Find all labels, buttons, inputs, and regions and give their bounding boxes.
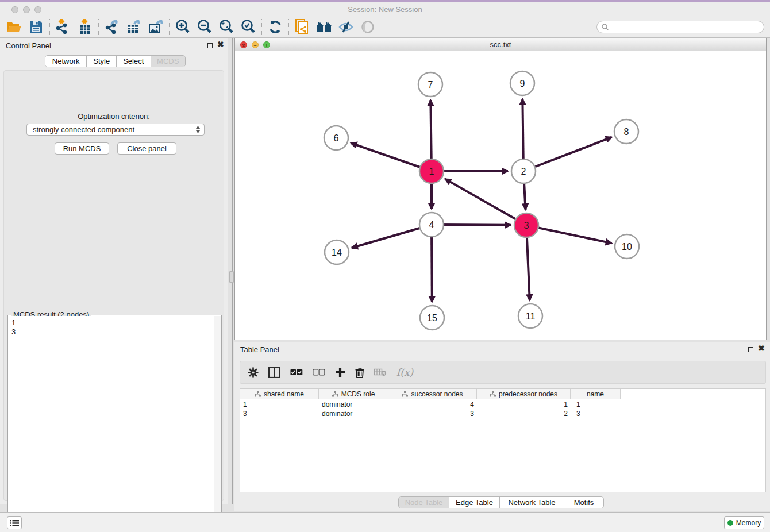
refresh-layout-icon (268, 20, 283, 34)
list-icon (10, 519, 19, 527)
zoom-out-button[interactable] (194, 17, 215, 37)
close-panel-icon[interactable]: ✖ (217, 40, 224, 49)
home-icon (315, 20, 333, 34)
column-header-name[interactable]: name (571, 389, 621, 399)
mcds-result-line: 3 (11, 327, 214, 337)
function-builder-icon: f(x) (396, 367, 413, 378)
memory-button[interactable]: Memory (724, 516, 764, 529)
gear-icon[interactable] (248, 367, 259, 378)
edge-3-10[interactable] (526, 225, 612, 243)
memory-status-icon (727, 520, 733, 526)
save-button[interactable] (25, 17, 47, 37)
add-column-icon[interactable] (335, 367, 345, 377)
node-table: shared name MCDS role successor nodes pr… (240, 388, 766, 492)
show-panel-button (357, 17, 379, 37)
zoom-fit-icon (218, 19, 234, 35)
table-row[interactable]: 1 dominator 4 1 1 (240, 400, 621, 409)
export-table-icon (126, 19, 141, 35)
network-window: x – + scc.txt 7968124314101511 (234, 38, 767, 340)
zoom-in-button[interactable] (172, 17, 194, 37)
zoom-fit-button[interactable] (215, 17, 237, 37)
export-network-button[interactable] (101, 17, 123, 37)
task-history-button[interactable] (7, 516, 22, 529)
home-button[interactable] (313, 17, 335, 37)
node-label-10: 10 (622, 242, 632, 252)
column-header-successor-nodes[interactable]: successor nodes (388, 389, 477, 399)
window-title: Session: New Session (0, 5, 770, 14)
tab-select[interactable]: Select (117, 56, 151, 67)
node-label-6: 6 (334, 133, 339, 143)
node-label-7: 7 (428, 80, 433, 90)
tab-motifs[interactable]: Motifs (564, 497, 603, 508)
zoom-out-icon (197, 19, 213, 35)
search-input[interactable] (596, 21, 764, 33)
close-panel-button[interactable]: Close panel (117, 142, 176, 155)
window-titlebar: Session: New Session (0, 0, 770, 16)
optimization-criterion-select[interactable]: strongly connected component (26, 124, 205, 136)
zoom-selected-icon (240, 19, 256, 35)
node-label-3: 3 (524, 221, 529, 230)
delete-table-icon (374, 368, 387, 376)
memory-label: Memory (736, 519, 761, 527)
save-icon (29, 20, 43, 34)
network-canvas[interactable]: 7968124314101511 (235, 51, 766, 340)
node-table-header: shared name MCDS role successor nodes pr… (240, 389, 621, 399)
panel-divider-grip[interactable] (229, 271, 234, 283)
control-panel-tabs: Network Style Select MCDS (45, 55, 186, 67)
table-panel: Table Panel ✖ f(x) shared name MCDS role… (234, 342, 770, 511)
close-table-panel-icon[interactable]: ✖ (758, 344, 765, 353)
result-scrollbar[interactable] (214, 316, 221, 531)
hide-panel-icon (338, 20, 354, 34)
open-file-icon (6, 20, 22, 34)
mcds-panel: Optimization criterion: strongly connect… (3, 70, 224, 501)
column-layout-icon[interactable] (268, 367, 280, 378)
export-table-button[interactable] (123, 17, 145, 37)
new-session-button[interactable] (291, 17, 313, 37)
import-table-button[interactable] (74, 17, 96, 37)
float-panel-icon[interactable] (207, 43, 213, 48)
import-table-icon (78, 19, 92, 35)
node-label-15: 15 (427, 313, 437, 323)
edge-3-1[interactable] (445, 179, 526, 225)
node-label-2: 2 (521, 167, 526, 176)
table-row[interactable]: 3 dominator 3 2 3 (240, 409, 621, 418)
float-table-panel-icon[interactable] (748, 347, 753, 352)
node-label-14: 14 (332, 248, 342, 257)
table-toolbar: f(x) (240, 361, 766, 384)
open-file-button[interactable] (3, 17, 25, 37)
export-image-button[interactable] (145, 17, 167, 37)
control-panel-title: Control Panel (6, 41, 51, 50)
node-label-8: 8 (624, 127, 629, 137)
tab-edge-table[interactable]: Edge Table (449, 497, 500, 508)
tab-style[interactable]: Style (87, 56, 117, 67)
column-header-predecessor-nodes[interactable]: predecessor nodes (477, 389, 571, 399)
network-graph[interactable]: 7968124314101511 (235, 51, 766, 340)
tab-mcds[interactable]: MCDS (151, 56, 186, 67)
zoom-selected-button[interactable] (237, 17, 259, 37)
tab-network-table[interactable]: Network Table (500, 497, 564, 508)
tab-node-table[interactable]: Node Table (399, 497, 449, 508)
edge-2-8[interactable] (523, 137, 612, 171)
optimization-criterion-label: Optimization criterion: (4, 112, 224, 121)
hide-panel-button[interactable] (335, 17, 357, 37)
node-label-11: 11 (526, 311, 536, 321)
export-image-icon (148, 19, 164, 35)
import-network-button[interactable] (52, 17, 74, 37)
node-label-9: 9 (520, 79, 525, 88)
network-window-titlebar[interactable]: x – + scc.txt (235, 38, 766, 51)
run-mcds-button[interactable]: Run MCDS (55, 142, 109, 155)
tab-network[interactable]: Network (45, 56, 87, 67)
delete-icon[interactable] (355, 367, 364, 378)
edge-1-6[interactable] (351, 143, 432, 171)
status-bar: Memory (0, 512, 770, 532)
import-network-icon (56, 19, 71, 35)
apply-layout-button[interactable] (264, 17, 286, 37)
select-all-icon[interactable] (290, 369, 303, 376)
deselect-all-icon[interactable] (313, 369, 325, 376)
column-header-mcds-role[interactable]: MCDS role (319, 389, 388, 399)
export-network-icon (105, 19, 120, 35)
mcds-result-box: MCDS result (2 nodes) 1 3 (7, 315, 222, 532)
node-label-4: 4 (429, 220, 434, 230)
column-header-shared-name[interactable]: shared name (240, 389, 319, 399)
node-label-1: 1 (429, 167, 434, 176)
